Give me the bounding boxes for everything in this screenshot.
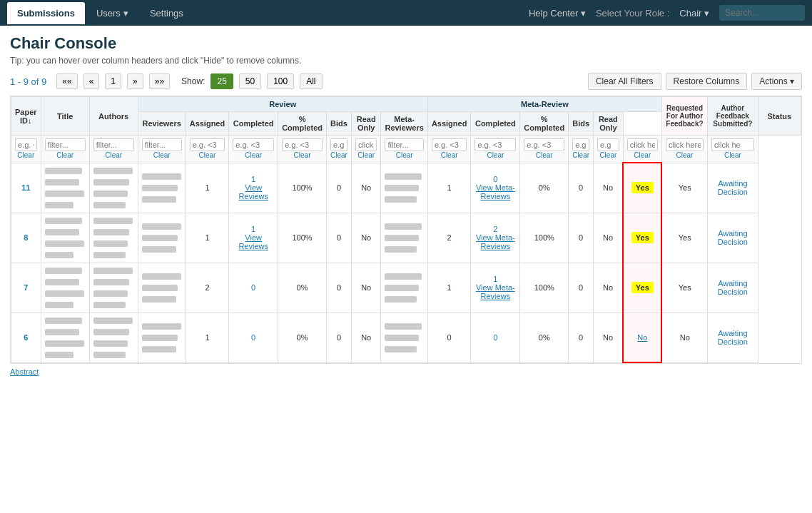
chair-role-dropdown[interactable]: Chair ▾ xyxy=(679,8,709,19)
meta-bids-cell: 0 xyxy=(569,213,594,263)
filter-title[interactable] xyxy=(45,138,86,151)
page-title: Chair Console xyxy=(10,34,802,53)
paper-id-cell[interactable]: 11 xyxy=(11,163,41,213)
restore-columns-button[interactable]: Restore Columns xyxy=(666,73,748,90)
req-feedback-cell[interactable]: Yes xyxy=(623,163,661,213)
filter-meta-bids[interactable] xyxy=(572,138,589,151)
help-center-link[interactable]: Help Center ▾ xyxy=(529,8,586,19)
req-feedback-cell[interactable]: Yes xyxy=(623,213,661,263)
clear-bids[interactable]: Clear xyxy=(330,151,347,159)
view-reviews-link[interactable]: View Reviews xyxy=(238,183,268,200)
filter-paper-id[interactable] xyxy=(15,138,37,151)
filter-meta-assigned[interactable] xyxy=(432,138,467,151)
filter-title-cell: Clear xyxy=(41,136,89,163)
bids-cell: 0 xyxy=(326,263,351,313)
authors-cell xyxy=(89,313,138,362)
clear-reviewers[interactable]: Clear xyxy=(142,151,182,159)
clear-filters-button[interactable]: Clear All Filters xyxy=(588,73,661,90)
clear-meta-readonly[interactable]: Clear xyxy=(597,151,619,159)
completed-count: 0 xyxy=(251,283,255,292)
filter-bids[interactable] xyxy=(330,138,347,151)
abstract-link[interactable]: Abstract xyxy=(10,367,39,376)
show-50-button[interactable]: 50 xyxy=(239,73,261,89)
nav-tab-settings[interactable]: Settings xyxy=(140,2,193,24)
filter-meta-pct[interactable] xyxy=(524,138,564,151)
filter-meta-reviewers[interactable] xyxy=(385,138,423,151)
view-reviews-link[interactable]: View Reviews xyxy=(238,233,268,250)
authors-cell xyxy=(89,213,138,263)
filter-meta-completed[interactable] xyxy=(474,138,516,151)
req-feedback-cell[interactable]: No xyxy=(623,313,661,362)
meta-readonly-cell: No xyxy=(594,263,624,313)
completed-count: 0 xyxy=(251,333,255,342)
next-page-button[interactable]: » xyxy=(127,73,143,89)
clear-meta-reviewers[interactable]: Clear xyxy=(385,151,423,159)
view-reviews-link[interactable]: View Meta-Reviews xyxy=(476,283,515,300)
filter-author-feedback[interactable] xyxy=(666,138,704,151)
filter-reviewers[interactable] xyxy=(142,138,182,151)
col-meta-completed: Completed xyxy=(471,112,520,136)
clear-meta-completed[interactable]: Clear xyxy=(474,151,516,159)
filter-assigned[interactable] xyxy=(190,138,225,151)
clear-meta-assigned[interactable]: Clear xyxy=(432,151,467,159)
actions-button[interactable]: Actions ▾ xyxy=(751,73,802,90)
status-cell: Awaiting Decision xyxy=(708,163,758,213)
paper-id-cell[interactable]: 7 xyxy=(11,263,41,313)
users-dropdown-icon: ▾ xyxy=(123,8,128,19)
pct-cell: 100% xyxy=(278,213,327,263)
meta-pct-cell: 0% xyxy=(520,163,569,213)
filter-readonly[interactable] xyxy=(355,138,377,151)
meta-readonly-cell: No xyxy=(594,213,624,263)
filter-status[interactable] xyxy=(711,138,754,151)
clear-status[interactable]: Clear xyxy=(711,151,754,159)
col-reviewers: Reviewers xyxy=(138,112,186,136)
col-meta-pct: % Completed xyxy=(520,112,569,136)
clear-paper-id[interactable]: Clear xyxy=(15,151,37,159)
clear-meta-bids[interactable]: Clear xyxy=(572,151,589,159)
view-reviews-link[interactable]: View Meta-Reviews xyxy=(476,233,515,250)
clear-completed[interactable]: Clear xyxy=(233,151,274,159)
show-25-button[interactable]: 25 xyxy=(210,73,233,89)
req-feedback-cell[interactable]: Yes xyxy=(623,263,661,313)
view-reviews-link[interactable]: View Meta-Reviews xyxy=(476,183,515,200)
paper-id-cell[interactable]: 6 xyxy=(11,313,41,362)
top-navigation: Submissions Users ▾ Settings Help Center… xyxy=(0,0,812,26)
assigned-cell: 2 xyxy=(186,263,229,313)
table-row: 6 1 0 0% 0 No 0 0 0% 0 No No No Awaiting… xyxy=(11,313,801,362)
show-100-button[interactable]: 100 xyxy=(267,73,294,89)
clear-authors[interactable]: Clear xyxy=(93,151,134,159)
col-read-only: Read Only xyxy=(351,112,381,136)
clear-title[interactable]: Clear xyxy=(45,151,86,159)
clear-pct[interactable]: Clear xyxy=(282,151,323,159)
filter-completed[interactable] xyxy=(233,138,274,151)
filter-authors[interactable] xyxy=(93,138,134,151)
clear-readonly[interactable]: Clear xyxy=(355,151,377,159)
first-page-button[interactable]: «« xyxy=(56,73,77,89)
clear-meta-pct[interactable]: Clear xyxy=(524,151,564,159)
col-status: Status xyxy=(758,97,801,136)
filter-meta-readonly[interactable] xyxy=(597,138,619,151)
filter-req-feedback[interactable] xyxy=(627,138,658,151)
col-completed: Completed xyxy=(229,112,278,136)
show-all-button[interactable]: All xyxy=(300,73,322,89)
search-input[interactable] xyxy=(719,5,805,21)
page-1-button[interactable]: 1 xyxy=(105,73,121,89)
readonly-cell: No xyxy=(351,313,381,362)
paper-id-cell[interactable]: 8 xyxy=(11,213,41,263)
filter-pct[interactable] xyxy=(282,138,323,151)
prev-page-button[interactable]: « xyxy=(83,73,100,89)
pct-cell: 0% xyxy=(278,263,327,313)
pagination-info: 1 - 9 of 9 xyxy=(10,76,46,87)
clear-author-feedback[interactable]: Clear xyxy=(666,151,704,159)
last-page-button[interactable]: »» xyxy=(149,73,170,89)
col-req-feedback: Requested For Author Feedback? xyxy=(661,97,707,136)
filter-author-feedback-cell: Clear xyxy=(661,136,707,163)
clear-req-feedback[interactable]: Clear xyxy=(627,151,658,159)
completed-cell: 1View Reviews xyxy=(229,213,278,263)
nav-tab-submissions[interactable]: Submissions xyxy=(7,2,85,24)
yes-badge: Yes xyxy=(631,282,654,293)
req-feedback-link[interactable]: No xyxy=(637,333,647,342)
nav-tab-users[interactable]: Users ▾ xyxy=(86,2,138,24)
clear-assigned[interactable]: Clear xyxy=(190,151,225,159)
submissions-table: Paper ID↓ Title Authors Review Meta-Revi… xyxy=(11,96,801,363)
